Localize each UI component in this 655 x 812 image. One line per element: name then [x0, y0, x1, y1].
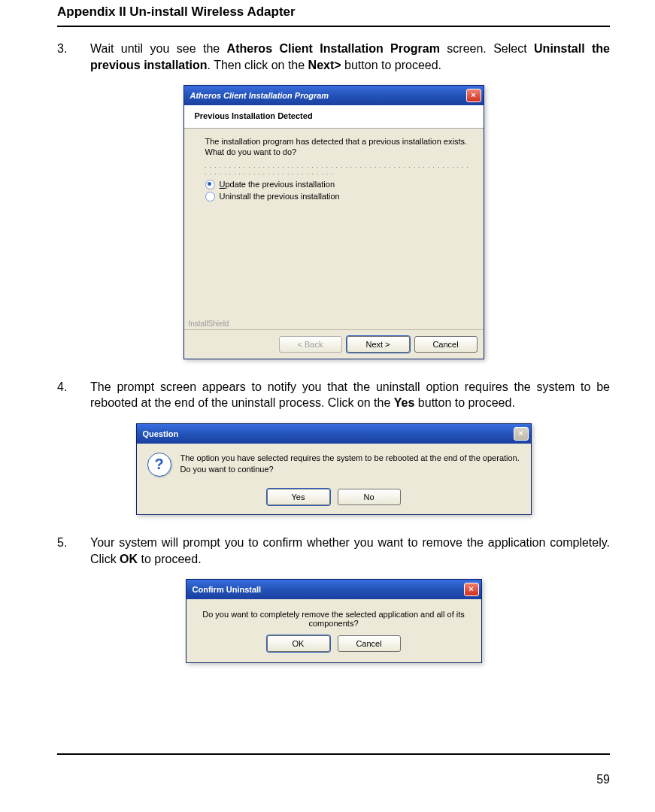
no-button[interactable]: No: [338, 489, 401, 505]
next-button[interactable]: Next >: [347, 336, 410, 353]
step-number: 5.: [57, 535, 90, 567]
close-icon[interactable]: ×: [464, 583, 479, 596]
separator-dots: · · · · · · · · · · · · · · · · · · · · …: [205, 164, 473, 177]
step-text: Wait until you see the Atheros Client In…: [90, 41, 610, 73]
yes-button[interactable]: Yes: [267, 489, 330, 505]
installer-dialog: Atheros Client Installation Program × Pr…: [183, 85, 484, 359]
titlebar: Confirm Uninstall ×: [186, 580, 481, 599]
header-rule: [57, 26, 610, 27]
step-5: 5. Your system will prompt you to confir…: [57, 535, 610, 567]
text-bold: Yes: [394, 396, 415, 409]
step-4: 4. The prompt screen appears to notify y…: [57, 379, 610, 411]
radio-uninstall[interactable]: Uninstall the previous installation: [205, 192, 473, 201]
button-bar: OK Cancel: [186, 634, 481, 662]
text-bold: Next>: [308, 59, 341, 71]
text: button to proceed.: [414, 396, 514, 409]
step-text: The prompt screen appears to notify you …: [90, 379, 610, 411]
text-bold: Atheros Client Installation Program: [227, 42, 440, 55]
question-icon: ?: [147, 453, 171, 477]
step-number: 4.: [57, 379, 90, 411]
text: to proceed.: [138, 553, 202, 565]
radio-label: Uninstall the previous installation: [220, 192, 340, 201]
confirm-dialog: Confirm Uninstall × Do you want to compl…: [186, 579, 482, 663]
installshield-label: InstallShield: [184, 320, 484, 329]
radio-label: Update the previous installation: [220, 180, 335, 189]
step-3: 3. Wait until you see the Atheros Client…: [57, 41, 610, 73]
subheader-title: Previous Installation Detected: [195, 111, 473, 120]
text-bold: OK: [120, 553, 138, 565]
cancel-button[interactable]: Cancel: [414, 336, 478, 353]
dialog-subheader: Previous Installation Detected: [184, 105, 484, 129]
ok-button[interactable]: OK: [267, 635, 330, 652]
text: screen. Select: [440, 42, 534, 55]
dialog-text: Do you want to completely remove the sel…: [186, 599, 481, 634]
footer-rule: [57, 753, 610, 755]
dialog-title: Atheros Client Installation Program: [190, 91, 466, 100]
dialog-title: Confirm Uninstall: [193, 585, 464, 594]
page-header: Appendix II Un-install Wireless Adapter: [57, 5, 610, 24]
close-icon[interactable]: ×: [466, 89, 481, 102]
text: . Then click on the: [208, 59, 308, 71]
close-icon: ×: [514, 427, 529, 441]
radio-update[interactable]: Update the previous installation: [205, 180, 473, 189]
step-number: 3.: [57, 41, 90, 73]
dialog-text: The option you have selected requires th…: [180, 453, 520, 475]
titlebar: Question ×: [137, 424, 531, 444]
page-number: 59: [596, 773, 610, 786]
dialog-question: The installation program has detected th…: [205, 136, 473, 158]
radio-icon: [205, 180, 215, 189]
titlebar: Atheros Client Installation Program ×: [184, 86, 484, 105]
back-button: < Back: [279, 336, 342, 353]
button-bar: < Back Next > Cancel: [184, 329, 484, 359]
text: button to proceed.: [341, 59, 441, 71]
cancel-button[interactable]: Cancel: [338, 635, 401, 652]
text: Wait until you see the: [90, 42, 227, 55]
question-dialog: Question × ? The option you have selecte…: [136, 423, 532, 515]
button-bar: Yes No: [137, 486, 531, 514]
step-text: Your system will prompt you to confirm w…: [90, 535, 610, 567]
dialog-title: Question: [143, 429, 514, 438]
radio-icon: [205, 192, 215, 201]
text: The prompt screen appears to notify you …: [90, 380, 610, 410]
